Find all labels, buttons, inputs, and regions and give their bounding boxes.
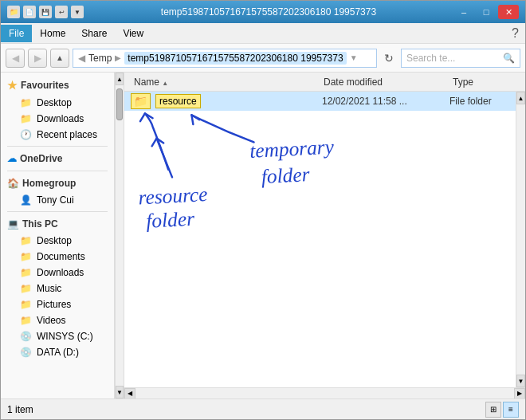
table-row[interactable]: 📁 resource 12/02/2021 11:58 ... File fol… <box>124 92 516 111</box>
pc-icon: 💻 <box>7 218 19 230</box>
close-button[interactable]: ✕ <box>498 5 519 19</box>
col-header-type[interactable]: Type <box>449 77 522 88</box>
help-button[interactable]: ? <box>505 23 525 44</box>
drive-icon-d: 💿 <box>20 347 32 358</box>
status-count: 1 item <box>7 404 33 415</box>
menu-view[interactable]: View <box>115 25 151 42</box>
toolbar-icon-3: ↩ <box>55 6 68 18</box>
menu-share[interactable]: Share <box>73 25 115 42</box>
explorer-window: 📁 📄 💾 ↩ ▼ temp51987105716715755872023061… <box>0 0 526 420</box>
title-bar: 📁 📄 💾 ↩ ▼ temp51987105716715755872023061… <box>1 1 525 23</box>
favourites-header[interactable]: ★ Favourites <box>1 76 114 95</box>
divider-2 <box>7 171 108 171</box>
file-scroll-up[interactable]: ▲ <box>516 92 525 104</box>
hscroll-track[interactable] <box>135 388 514 399</box>
address-path[interactable]: ◀ Temp ▶ temp519871057167157558720230618… <box>73 49 377 68</box>
downloads-fav-label: Downloads <box>37 113 84 124</box>
toolbar-icon-2: 💾 <box>39 6 52 18</box>
toolbar-icon-4: ▼ <box>71 6 84 18</box>
search-placeholder: Search te... <box>406 53 455 64</box>
menu-file[interactable]: File <box>1 25 32 42</box>
folder-icon-desktop-pc: 📁 <box>20 235 32 246</box>
window-icon: 📁 <box>7 6 20 18</box>
col-header-modified[interactable]: Date modified <box>320 77 448 88</box>
folder-icon-downloads-fav: 📁 <box>20 113 32 124</box>
sidebar-item-downloads-fav[interactable]: 📁 Downloads <box>1 111 114 127</box>
sidebar-scroll-up[interactable]: ▲ <box>116 73 124 85</box>
folder-icon-videos: 📁 <box>20 315 32 326</box>
documents-label: Documents <box>37 251 85 262</box>
star-icon: ★ <box>7 79 18 92</box>
file-list-scrollbar[interactable]: ▲ ▼ <box>516 92 525 387</box>
thispc-header[interactable]: 💻 This PC <box>1 215 114 233</box>
hscroll-right-btn[interactable]: ▶ <box>514 388 525 399</box>
drive-icon-c: 💿 <box>20 331 32 342</box>
hscroll-left-btn[interactable]: ◀ <box>124 388 135 399</box>
file-scroll-down[interactable]: ▼ <box>516 375 525 387</box>
view-large-icon[interactable]: ⊞ <box>485 402 501 418</box>
column-header: Name ▲ Date modified Type <box>124 73 525 92</box>
thispc-label: This PC <box>22 218 58 230</box>
sidebar-item-music[interactable]: 📁 Music <box>1 281 114 296</box>
sidebar-item-videos[interactable]: 📁 Videos <box>1 312 114 328</box>
svg-text:temporary: temporary <box>249 135 335 162</box>
divider-1 <box>7 146 108 147</box>
sidebar-item-desktop-fav[interactable]: 📁 Desktop <box>1 95 114 111</box>
onedrive-section: ☁ OneDrive <box>1 150 114 167</box>
sidebar-scroll-thumb[interactable] <box>116 88 123 120</box>
file-type-cell: File folder <box>446 96 512 107</box>
file-name-cell: 📁 resource <box>128 93 319 109</box>
onedrive-icon: ☁ <box>7 153 17 164</box>
sidebar-scrollbar[interactable]: ▲ ▼ <box>115 73 124 398</box>
search-box[interactable]: Search te... 🔍 <box>401 49 520 68</box>
sidebar-item-c-drive[interactable]: 💿 WINSYS (C:) <box>1 328 114 344</box>
sidebar-item-recent[interactable]: 🕐 Recent places <box>1 127 114 143</box>
title-bar-icons: 📁 📄 💾 ↩ ▼ <box>7 6 84 18</box>
refresh-button[interactable]: ↻ <box>380 49 398 67</box>
content-area: ★ Favourites 📁 Desktop 📁 Downloads 🕐 Rec… <box>1 73 525 398</box>
file-modified-cell: 12/02/2021 11:58 ... <box>319 96 446 107</box>
forward-button[interactable]: ▶ <box>28 49 47 68</box>
address-bar: ◀ ▶ ▲ ◀ Temp ▶ temp519871057167157558720… <box>1 44 525 73</box>
sidebar-item-documents[interactable]: 📁 Documents <box>1 249 114 265</box>
c-drive-label: WINSYS (C:) <box>37 331 93 342</box>
folder-icon-pictures: 📁 <box>20 299 32 310</box>
recent-icon: 🕐 <box>20 129 32 140</box>
downloads-pc-label: Downloads <box>37 267 84 278</box>
homegroup-header[interactable]: 🏠 Homegroup <box>1 175 114 192</box>
back-button[interactable]: ◀ <box>6 49 25 68</box>
recent-label: Recent places <box>37 129 97 140</box>
desktop-fav-label: Desktop <box>37 97 72 108</box>
sidebar-item-tony[interactable]: 👤 Tony Cui <box>1 192 114 208</box>
file-modified: 12/02/2021 11:58 ... <box>322 96 407 107</box>
folder-icon-desktop-fav: 📁 <box>20 97 32 108</box>
path-current: temp5198710571671575587202306180 1995737… <box>124 52 346 65</box>
pictures-label: Pictures <box>37 299 71 310</box>
h-scrollbar: ◀ ▶ <box>124 387 525 398</box>
sidebar-item-downloads-pc[interactable]: 📁 Downloads <box>1 265 114 281</box>
view-details-icon[interactable]: ≡ <box>503 402 519 418</box>
sidebar-item-d-drive[interactable]: 💿 DATA (D:) <box>1 344 114 360</box>
minimize-button[interactable]: – <box>453 5 474 19</box>
path-arrow-2: ▼ <box>350 53 358 62</box>
sidebar-scroll-down[interactable]: ▼ <box>116 386 124 398</box>
music-label: Music <box>37 283 61 294</box>
path-temp: Temp <box>88 53 112 64</box>
sidebar-item-pictures[interactable]: 📁 Pictures <box>1 296 114 312</box>
folder-icon-music: 📁 <box>20 283 32 294</box>
menu-bar: File Home Share View ? <box>1 23 525 44</box>
path-sep: ▶ <box>115 53 121 62</box>
onedrive-label: OneDrive <box>20 153 62 164</box>
file-name: resource <box>155 94 201 108</box>
up-button[interactable]: ▲ <box>50 49 69 68</box>
maximize-button[interactable]: □ <box>476 5 497 19</box>
svg-text:folder: folder <box>261 163 310 187</box>
sidebar-item-desktop-pc[interactable]: 📁 Desktop <box>1 233 114 249</box>
sort-icon: ▲ <box>162 80 168 87</box>
col-header-name[interactable]: Name ▲ <box>128 77 319 88</box>
favourites-section: ★ Favourites 📁 Desktop 📁 Downloads 🕐 Rec… <box>1 76 114 143</box>
menu-home[interactable]: Home <box>32 25 73 42</box>
onedrive-header[interactable]: ☁ OneDrive <box>1 150 114 167</box>
svg-text:resource: resource <box>138 183 208 209</box>
favourites-label: Favourites <box>21 80 69 91</box>
